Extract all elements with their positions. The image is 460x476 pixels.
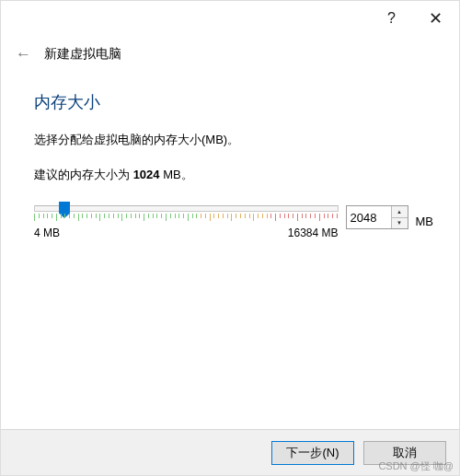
close-icon[interactable]: ✕ xyxy=(429,8,443,29)
slider-min-label: 4 MB xyxy=(34,226,60,239)
section-description: 选择分配给虚拟电脑的内存大小(MB)。 xyxy=(34,132,433,148)
back-arrow-icon[interactable]: ← xyxy=(16,45,31,64)
spinner-up-icon[interactable]: ▲ xyxy=(392,206,408,218)
memory-value[interactable]: 2048 xyxy=(347,211,391,225)
memory-slider[interactable]: 4 MB 16384 MB xyxy=(34,205,339,239)
cancel-button[interactable]: 取消 xyxy=(363,441,446,465)
wizard-title: 新建虚拟电脑 xyxy=(44,46,121,63)
next-button[interactable]: 下一步(N) xyxy=(271,441,354,465)
memory-unit: MB xyxy=(416,215,434,228)
help-icon[interactable]: ? xyxy=(387,10,396,27)
memory-spinner[interactable]: 2048 ▲ ▼ xyxy=(346,205,408,229)
recommend-text: 建议的内存大小为 1024 MB。 xyxy=(34,167,433,183)
slider-max-label: 16384 MB xyxy=(288,226,339,239)
spinner-down-icon[interactable]: ▼ xyxy=(392,218,408,229)
section-heading: 内存大小 xyxy=(34,91,433,113)
